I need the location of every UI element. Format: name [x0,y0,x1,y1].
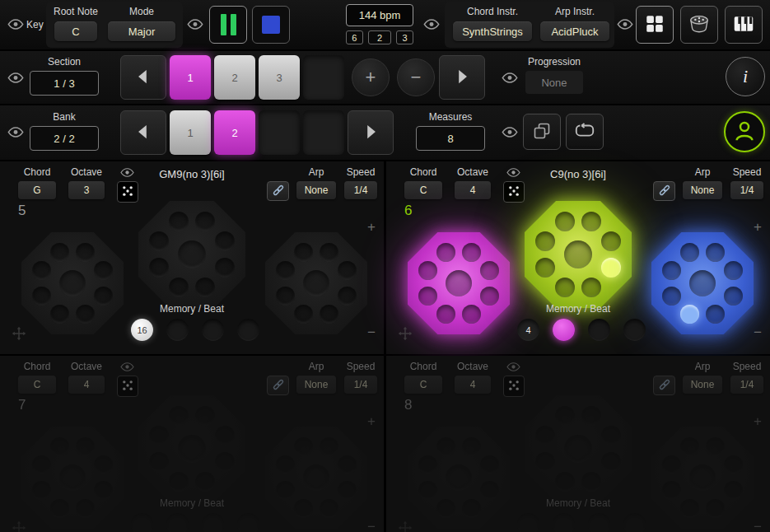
cell-add-button[interactable]: + [754,413,762,430]
memory-slot[interactable] [588,319,610,341]
pad-center-knob[interactable] [689,270,716,296]
cell-add-button[interactable]: + [367,413,376,430]
pad-knob[interactable] [169,472,189,492]
chord-value-button[interactable]: C [404,181,442,199]
memory-slot[interactable] [517,513,539,532]
section-next-button[interactable] [439,55,485,100]
pad-knob[interactable] [338,455,357,474]
chord-pad-octagon[interactable] [265,232,367,334]
pad-knob[interactable] [169,406,189,426]
instrument-visibility-eye-icon[interactable] [422,18,441,30]
cell-remove-button[interactable]: − [367,324,376,341]
pad-knob[interactable] [169,278,189,297]
pad-knob[interactable] [535,258,555,278]
cell-visibility-eye-icon[interactable] [506,362,521,372]
pad-knob[interactable] [149,258,169,278]
arp-link-button[interactable] [653,181,675,201]
pad-knob[interactable] [418,455,437,474]
copy-button[interactable] [523,114,561,150]
chord-pad-octagon[interactable] [651,232,754,334]
bank-next-button[interactable] [348,110,394,155]
cell-remove-button[interactable]: − [754,519,762,532]
info-button[interactable]: i [726,57,765,96]
memory-slot[interactable] [623,319,646,341]
arp-link-button[interactable] [267,376,289,395]
section-pad-3[interactable]: 3 [259,55,300,100]
pad-knob[interactable] [76,437,95,456]
loop-button[interactable] [566,114,604,150]
pad-knob[interactable] [215,452,235,472]
section-pad-4[interactable] [303,55,344,100]
bank-pad-4[interactable] [303,110,344,155]
pad-knob[interactable] [555,472,575,492]
section-pad-2[interactable]: 2 [214,55,255,100]
pad-knob[interactable] [195,472,215,492]
octave-value-button[interactable]: 4 [455,181,491,199]
pad-knob[interactable] [215,258,235,278]
pad-knob[interactable] [581,406,601,426]
move-handle-icon[interactable] [398,326,413,341]
key-visibility-eye-icon[interactable] [7,18,25,30]
bpm-display[interactable]: 144 bpm [346,4,413,26]
octave-value-button[interactable]: 3 [68,181,105,199]
pad-center-knob[interactable] [564,240,592,268]
stop-button[interactable] [252,6,290,44]
chord-pad-octagon[interactable] [21,427,124,529]
pad-knob[interactable] [601,452,621,472]
pad-center-knob[interactable] [59,464,86,491]
chord-value-button[interactable]: G [18,181,56,199]
cell-remove-button[interactable]: − [367,519,376,532]
cell-remove-button[interactable]: − [754,324,762,341]
chord-pad-octagon[interactable] [408,427,510,529]
arp-value-button[interactable]: None [683,376,722,394]
bank-visibility-eye-icon[interactable] [7,126,25,138]
pad-knob[interactable] [149,452,169,472]
pad-center-knob[interactable] [178,435,206,463]
pad-knob[interactable] [149,231,169,251]
pad-knob[interactable] [276,455,295,474]
pad-knob[interactable] [706,437,725,456]
beat-count-box[interactable]: 2 [368,30,391,44]
user-profile-button[interactable] [724,111,765,152]
bank-pad-2[interactable]: 2 [214,110,255,155]
pad-knob[interactable] [276,261,295,280]
pad-knob[interactable] [601,426,621,446]
bank-prev-button[interactable] [120,110,166,155]
memory-slot[interactable] [588,513,610,532]
transport-visibility-eye-icon[interactable] [186,18,204,30]
pad-knob[interactable] [195,278,215,297]
memory-slot[interactable]: 16 [131,319,153,341]
pad-knob[interactable] [581,212,601,231]
pad-knob[interactable] [94,455,113,474]
cell-add-button[interactable]: + [367,219,376,236]
memory-slot[interactable] [202,319,224,341]
arp-instrument-button[interactable]: AcidPluck [540,21,609,41]
pad-knob[interactable] [680,243,699,262]
pad-knob[interactable] [662,261,681,280]
speed-value-button[interactable]: 1/4 [344,376,377,394]
view-visibility-eye-icon[interactable] [616,18,634,30]
pad-knob[interactable] [601,258,621,278]
speed-value-button[interactable]: 1/4 [730,376,763,394]
pad-center-knob[interactable] [59,270,86,296]
pad-knob[interactable] [680,437,699,456]
pad-center-knob[interactable] [303,464,329,491]
pad-knob[interactable] [480,261,499,280]
octave-value-button[interactable]: 4 [68,376,105,394]
memory-slot[interactable] [553,513,575,532]
pad-knob[interactable] [294,437,313,456]
speed-value-button[interactable]: 1/4 [344,181,377,199]
chord-pad-octagon[interactable] [21,232,124,334]
memory-slot[interactable] [553,319,575,341]
section-prev-button[interactable] [120,55,166,100]
move-handle-icon[interactable] [12,520,26,532]
bank-pad-3[interactable] [259,110,300,155]
piano-view-button[interactable] [725,6,763,44]
memory-slot[interactable] [166,319,189,341]
pad-knob[interactable] [76,243,95,262]
pad-center-knob[interactable] [446,464,472,491]
move-handle-icon[interactable] [398,520,413,532]
play-pause-button[interactable] [209,6,247,44]
pad-knob[interactable] [436,437,455,456]
chord-pad-octagon[interactable] [138,201,245,308]
